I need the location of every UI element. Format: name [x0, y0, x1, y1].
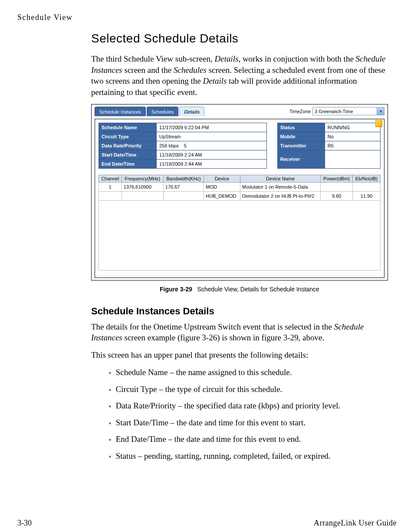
properties-panel: Schedule Name 11/17/2009 6:22:04 PM Stat…	[99, 123, 381, 169]
field-value: No	[325, 132, 380, 141]
col-header: Power(dBm)	[321, 175, 353, 182]
table-empty-space	[99, 201, 381, 271]
cell	[163, 191, 204, 200]
running-header: Schedule View	[17, 13, 388, 22]
table-row: HUB_DEMOD Demodulator 2 on HUB Pt-to-Pt#…	[99, 191, 381, 200]
field-label: Schedule Name	[99, 123, 157, 132]
col-header: Channel	[99, 175, 122, 182]
cell	[321, 182, 353, 191]
page-footer: 3-30 ArrangeLink User Guide	[17, 519, 397, 528]
details-screenshot: Schedule Instances Schedules Details Tim…	[91, 104, 388, 281]
field-value	[325, 150, 380, 168]
tab-details[interactable]: Details	[179, 107, 204, 116]
timezone-select[interactable]: 3 Greenwich Time ▾	[312, 107, 384, 115]
list-item: •Circuit Type – the type of circuit for …	[108, 383, 388, 397]
list-item: •Schedule Name – the name assigned to th…	[108, 366, 388, 380]
field-value: UpStream	[157, 132, 267, 141]
cell: 1	[99, 182, 122, 191]
cell: 9.60	[321, 191, 353, 200]
bullet-icon: •	[108, 384, 112, 397]
intro-paragraph: The third Schedule View sub-screen, Deta…	[91, 53, 388, 98]
field-label: Receiver	[277, 150, 325, 168]
field-value: 11/17/2009 6:22:04 PM	[157, 123, 267, 132]
chevron-down-icon: ▾	[377, 108, 384, 115]
section-title: Selected Schedule Details	[91, 32, 388, 46]
timezone-value: 3 Greenwich Time	[315, 109, 353, 114]
table-row: 1 1376.610900 170.67 MOD Modulator 1 on …	[99, 182, 381, 191]
field-value: 11/18/2009 2:44 AM	[157, 159, 267, 168]
bullet-list: •Schedule Name – the name assigned to th…	[108, 366, 388, 463]
device-table: Channel Frequency(MHz) Bandwidth(KHz) De…	[99, 175, 381, 201]
cell: 1376.610900	[122, 182, 163, 191]
page-number: 3-30	[17, 519, 32, 528]
col-header: Device Name	[240, 175, 320, 182]
col-header: Frequency(MHz)	[122, 175, 163, 182]
bullet-icon: •	[108, 451, 112, 463]
field-label: Data Rate/Priority	[99, 141, 157, 150]
cell: 11.90	[353, 191, 381, 200]
list-item: •End Date/Time – the date and time for t…	[108, 433, 388, 447]
timezone-label: TimeZone	[289, 109, 311, 114]
col-header: Device	[204, 175, 240, 182]
doc-title: ArrangeLink User Guide	[314, 519, 397, 528]
device-table-body: 1 1376.610900 170.67 MOD Modulator 1 on …	[99, 182, 381, 200]
bullet-icon: •	[108, 418, 112, 430]
tab-row: Schedule Instances Schedules Details Tim…	[95, 107, 384, 116]
field-label: Start Date/Time	[99, 150, 157, 159]
figure-caption: Figure 3-29 Schedule View, Details for S…	[91, 286, 388, 293]
list-item: •Data Rate/Priority – the specified data…	[108, 400, 388, 413]
cell	[353, 182, 381, 191]
bullet-icon: •	[108, 434, 112, 447]
cell: HUB_DEMOD	[204, 191, 240, 200]
col-header: Bandwidth(KHz)	[163, 175, 204, 182]
para1: The details for the Onetime Upstream Swi…	[91, 321, 388, 343]
cell: Demodulator 2 on HUB Pt-to-Pt#2	[240, 191, 320, 200]
field-label: End Date/Time	[99, 159, 157, 168]
field-value: R5	[325, 141, 380, 150]
cell	[122, 191, 163, 200]
field-value: 11/18/2009 2:24 AM	[157, 150, 267, 159]
field-label: Status	[277, 123, 325, 132]
subsection-title: Schedule Instances Details	[91, 306, 388, 317]
refresh-icon[interactable]	[375, 120, 382, 127]
list-item: •Start Date/Time – the date and time for…	[108, 417, 388, 430]
field-label: Circuit Type	[99, 132, 157, 141]
tab-schedules[interactable]: Schedules	[147, 107, 178, 116]
cell: 170.67	[163, 182, 204, 191]
para2: This screen has an upper panel that pres…	[91, 349, 388, 361]
bullet-icon: •	[108, 401, 112, 413]
bullet-icon: •	[108, 367, 112, 380]
tab-schedule-instances[interactable]: Schedule Instances	[95, 107, 146, 116]
cell: MOD	[204, 182, 240, 191]
field-value: RUNNING	[325, 123, 380, 132]
figure-text: Schedule View, Details for Schedule Inst…	[197, 286, 319, 293]
field-label: Mobile	[277, 132, 325, 141]
list-item: •Status – pending, starting, running, co…	[108, 450, 388, 463]
col-header: Eb/No(dB)	[353, 175, 381, 182]
field-value: 256 kbps 5	[157, 141, 267, 150]
cell	[99, 191, 122, 200]
field-label: Transmitter	[277, 141, 325, 150]
cell: Modulator 1 on Remote-5-Data	[240, 182, 320, 191]
figure-number: Figure 3-29	[160, 286, 192, 293]
